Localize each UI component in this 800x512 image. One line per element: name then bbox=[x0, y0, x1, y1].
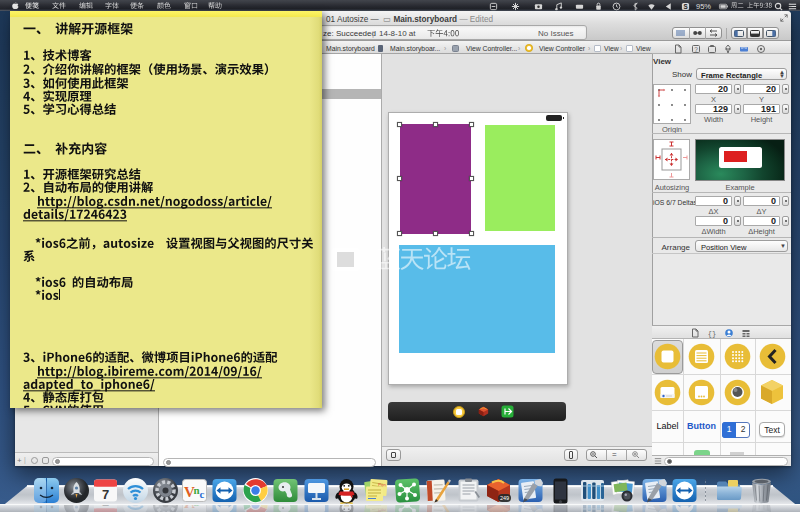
svg-text:S: S bbox=[683, 2, 687, 9]
svg-text:c: c bbox=[199, 488, 204, 500]
svg-text:249: 249 bbox=[499, 495, 508, 501]
svg-text:?: ? bbox=[694, 46, 698, 53]
svg-text:7: 7 bbox=[101, 487, 108, 502]
svg-text:{}: {} bbox=[708, 329, 716, 337]
svg-text:c: c bbox=[199, 505, 204, 507]
svg-text:7: 7 bbox=[101, 505, 108, 509]
